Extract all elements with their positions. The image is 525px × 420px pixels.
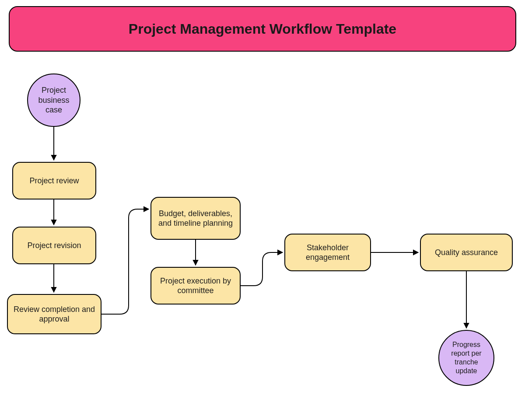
node-project-review[interactable]: Project review	[12, 162, 96, 200]
node-label: Project review	[29, 176, 79, 186]
node-label: Project business case	[32, 85, 75, 115]
node-label: Stakeholder engagement	[290, 243, 366, 262]
flowchart-canvas: Project Management Workflow Template Pro…	[0, 0, 525, 420]
node-progress-report[interactable]: Progress report per tranche update	[438, 330, 494, 386]
node-quality-assurance[interactable]: Quality assurance	[420, 234, 513, 271]
node-label: Quality assurance	[435, 248, 498, 258]
node-label: Project revision	[27, 241, 81, 251]
node-project-revision[interactable]: Project revision	[12, 227, 96, 264]
node-budget-planning[interactable]: Budget, deliverables, and timeline plann…	[150, 197, 241, 240]
node-label: Review completion and approval	[12, 304, 96, 324]
node-label: Project execution by committee	[156, 276, 235, 296]
node-review-completion[interactable]: Review completion and approval	[7, 294, 102, 334]
edge-completion-to-planning	[102, 209, 149, 314]
node-label: Progress report per tranche update	[444, 340, 489, 375]
node-stakeholder-engagement[interactable]: Stakeholder engagement	[284, 234, 371, 271]
edge-execution-to-stakeholder	[241, 252, 283, 286]
node-project-execution[interactable]: Project execution by committee	[150, 267, 241, 304]
diagram-title: Project Management Workflow Template	[129, 21, 396, 37]
node-label: Budget, deliverables, and timeline plann…	[156, 209, 235, 228]
title-banner: Project Management Workflow Template	[9, 6, 516, 52]
node-start[interactable]: Project business case	[27, 74, 80, 127]
